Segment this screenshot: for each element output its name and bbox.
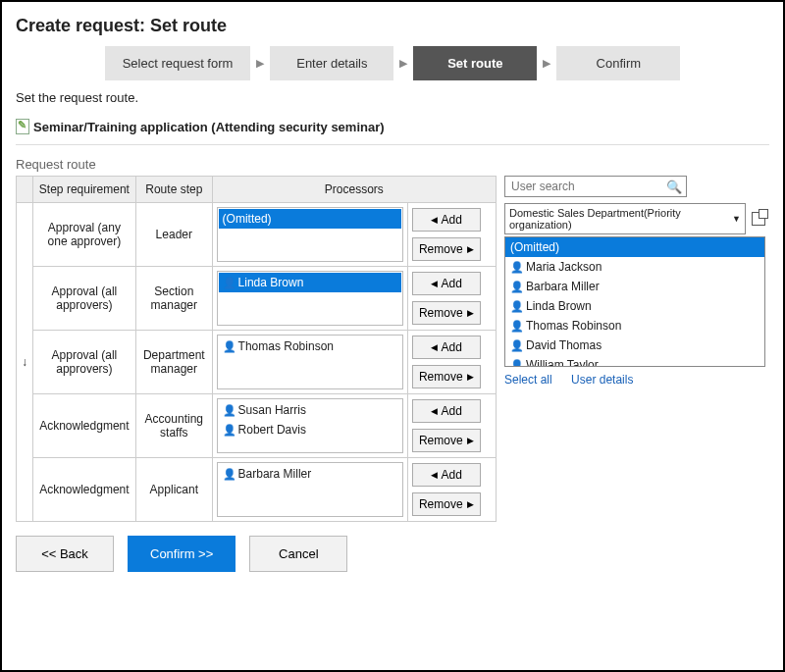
triangle-left-icon: ◀ [431, 215, 438, 225]
confirm-button[interactable]: Confirm >> [128, 536, 236, 572]
processor-name: Susan Harris [238, 403, 306, 417]
processor-item[interactable]: 👤Linda Brown [219, 273, 401, 292]
caret-down-icon: ▼ [732, 214, 741, 224]
user-list-item[interactable]: 👤Linda Brown [505, 296, 764, 316]
user-name: Maria Jackson [526, 260, 602, 274]
user-list-item[interactable]: 👤Thomas Robinson [505, 316, 764, 336]
user-details-link[interactable]: User details [571, 373, 633, 387]
step-requirement: Approval (any one approver) [32, 203, 135, 267]
user-list-item[interactable]: 👤Barbara Miller [505, 277, 764, 296]
add-button[interactable]: ◀Add [412, 399, 481, 423]
processors-cell: 👤Linda Brown [212, 267, 407, 331]
person-icon: 👤 [510, 261, 522, 273]
wizard-step-1[interactable]: Enter details [270, 46, 393, 80]
step-requirement: Acknowledgment [32, 394, 135, 458]
popout-icon[interactable] [752, 212, 765, 226]
col-step-requirement: Step requirement [32, 177, 135, 203]
table-row: AcknowledgmentApplicant👤Barbara Miller◀A… [17, 458, 497, 522]
processor-name: Barbara Miller [238, 467, 312, 481]
user-list-item[interactable]: 👤David Thomas [505, 336, 764, 355]
col-processors: Processors [212, 177, 496, 203]
section-label: Request route [16, 157, 769, 172]
step-requirement: Acknowledgment [32, 458, 135, 522]
add-button[interactable]: ◀Add [412, 208, 481, 232]
wizard-steps: Select request form ▶ Enter details ▶ Se… [16, 46, 769, 80]
processor-item[interactable]: (Omitted) [219, 209, 401, 229]
add-button[interactable]: ◀Add [412, 463, 481, 487]
route-step: Section manager [136, 267, 213, 331]
triangle-right-icon: ▶ [467, 372, 474, 382]
user-name: David Thomas [526, 338, 602, 352]
route-step: Applicant [136, 458, 213, 522]
wizard-step-0[interactable]: Select request form [105, 46, 251, 80]
triangle-right-icon: ▶ [467, 244, 474, 254]
search-icon[interactable]: 🔍 [666, 180, 682, 194]
remove-button[interactable]: Remove▶ [412, 365, 481, 388]
arrow-header [17, 177, 33, 203]
form-title-row: Seminar/Training application (Attending … [16, 115, 769, 145]
processor-item[interactable]: 👤Thomas Robinson [219, 336, 401, 356]
back-button[interactable]: << Back [16, 536, 114, 572]
user-search-input[interactable] [509, 179, 666, 194]
processor-list[interactable]: 👤Linda Brown [217, 271, 403, 326]
processor-item[interactable]: 👤Robert Davis [219, 420, 401, 439]
triangle-right-icon: ▶ [467, 499, 474, 509]
processor-item[interactable]: 👤Susan Harris [219, 400, 401, 420]
processor-list[interactable]: 👤Barbara Miller [217, 462, 403, 517]
person-icon: 👤 [223, 277, 235, 288]
table-row: AcknowledgmentAccounting staffs👤Susan Ha… [17, 394, 497, 458]
route-table: Step requirement Route step Processors ↓… [16, 176, 497, 522]
person-icon: 👤 [223, 424, 235, 436]
user-name: Barbara Miller [526, 280, 600, 293]
user-name: Linda Brown [526, 299, 592, 313]
user-name: Thomas Robinson [526, 319, 621, 333]
processor-name: Thomas Robinson [238, 339, 334, 353]
person-icon: 👤 [223, 340, 235, 352]
user-name: William Taylor [526, 358, 599, 367]
processor-name: (Omitted) [223, 212, 272, 226]
select-all-link[interactable]: Select all [504, 373, 552, 387]
page-title: Create request: Set route [16, 16, 769, 36]
user-list-item[interactable]: 👤William Taylor [505, 355, 764, 367]
processor-item[interactable]: 👤Barbara Miller [219, 464, 401, 484]
person-icon: 👤 [223, 404, 235, 416]
actions-cell: ◀AddRemove▶ [407, 394, 496, 458]
processor-list[interactable]: (Omitted) [217, 207, 403, 262]
processor-name: Robert Davis [238, 423, 306, 437]
processor-list[interactable]: 👤Susan Harris👤Robert Davis [217, 398, 403, 453]
add-button[interactable]: ◀Add [412, 336, 481, 359]
form-name: Seminar/Training application (Attending … [33, 120, 385, 134]
remove-button[interactable]: Remove▶ [412, 301, 481, 325]
triangle-left-icon: ◀ [431, 470, 438, 480]
processors-cell: (Omitted) [212, 203, 407, 267]
triangle-right-icon: ▶ [467, 308, 474, 318]
down-arrow-icon: ↓ [22, 355, 27, 369]
table-row: Approval (all approvers)Department manag… [17, 331, 497, 394]
remove-button[interactable]: Remove▶ [412, 237, 481, 261]
person-icon: 👤 [510, 320, 522, 332]
triangle-left-icon: ◀ [431, 279, 438, 288]
user-name: (Omitted) [510, 240, 559, 254]
processor-name: Linda Brown [238, 276, 304, 289]
actions-cell: ◀AddRemove▶ [407, 267, 496, 331]
flow-arrow-cell: ↓ [17, 203, 33, 522]
chevron-right-icon: ▶ [254, 57, 266, 70]
organization-select[interactable]: Domestic Sales Department(Priority organ… [504, 203, 746, 234]
cancel-button[interactable]: Cancel [249, 536, 347, 572]
user-list-item[interactable]: 👤Maria Jackson [505, 257, 764, 277]
person-icon: 👤 [510, 359, 522, 367]
processors-cell: 👤Susan Harris👤Robert Davis [212, 394, 407, 458]
actions-cell: ◀AddRemove▶ [407, 331, 496, 394]
wizard-step-2[interactable]: Set route [413, 46, 537, 80]
remove-button[interactable]: Remove▶ [412, 492, 481, 516]
person-icon: 👤 [510, 300, 522, 312]
remove-button[interactable]: Remove▶ [412, 429, 481, 452]
user-list[interactable]: (Omitted)👤Maria Jackson👤Barbara Miller👤L… [504, 236, 765, 367]
chevron-right-icon: ▶ [541, 57, 552, 70]
wizard-step-3[interactable]: Confirm [556, 46, 680, 80]
user-search-wrap[interactable]: 🔍 [504, 176, 687, 197]
actions-cell: ◀AddRemove▶ [407, 203, 496, 267]
processor-list[interactable]: 👤Thomas Robinson [217, 335, 403, 389]
user-list-item[interactable]: (Omitted) [505, 237, 764, 257]
add-button[interactable]: ◀Add [412, 272, 481, 295]
